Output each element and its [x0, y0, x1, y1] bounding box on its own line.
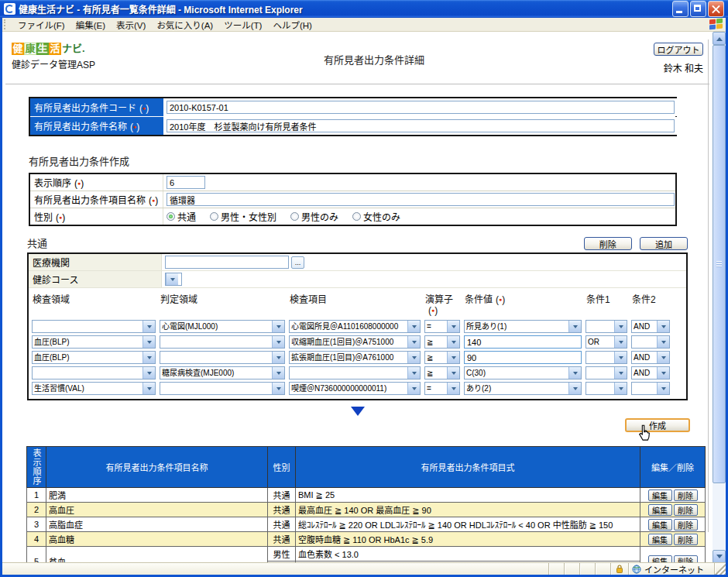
judge-area-select[interactable] [160, 382, 285, 395]
required-mark: (●) [428, 305, 438, 316]
delete-button[interactable]: 削除 [674, 504, 698, 516]
chevron-down-icon [614, 367, 627, 379]
page-right-rule [708, 39, 709, 532]
edit-button[interactable]: 編集 [648, 519, 672, 531]
cond2-select[interactable] [631, 335, 670, 349]
minimize-button[interactable] [672, 1, 689, 17]
operator-select[interactable]: = [424, 382, 460, 395]
radio-icon[interactable] [167, 212, 175, 221]
operator-select[interactable]: = [424, 320, 460, 333]
operator-select[interactable]: ≧ [424, 366, 460, 380]
menu-file[interactable]: ファイル(F) [12, 18, 70, 32]
resize-grip[interactable] [715, 563, 726, 575]
radio-icon[interactable] [352, 212, 361, 221]
exam-area-select[interactable] [32, 366, 156, 380]
value-input[interactable] [464, 351, 582, 364]
maximize-button[interactable] [690, 1, 706, 17]
zone-label: インターネット [644, 563, 704, 575]
cond2-select[interactable]: AND [631, 366, 670, 380]
value-select[interactable]: あり(2) [464, 382, 582, 395]
exam-item-select[interactable]: 心電図所見＠A1101608000000 [289, 320, 421, 333]
col-exam-item: 検査項目 [289, 290, 421, 318]
judge-area-select[interactable] [160, 335, 285, 349]
edit-button[interactable]: 編集 [648, 504, 672, 516]
course-select[interactable] [165, 273, 182, 286]
create-form-box: 表示順序(●) 有所見者出力条件項目名称(●) 性別(●) 共通 男性・女性別 … [29, 173, 677, 226]
table-row: 5 貧血 男性 血色素数 < 13.0 編集削除 [27, 547, 706, 562]
chevron-down-icon [568, 383, 581, 394]
value-select[interactable]: 所見あり(1) [464, 320, 582, 333]
add-condition-button[interactable]: 追加 [640, 237, 688, 250]
value-input[interactable] [464, 335, 582, 349]
row-expression: BMI ≧ 25 [296, 488, 640, 503]
cond1-select[interactable] [585, 320, 627, 333]
condition-code-input[interactable] [167, 101, 675, 114]
judge-area-select[interactable]: 心電図(MJL000) [160, 320, 285, 333]
operator-select[interactable]: ≧ [424, 335, 460, 349]
value-select[interactable]: C(30) [464, 366, 582, 380]
course-label: 健診コース [29, 271, 162, 287]
delete-button[interactable]: 削除 [674, 534, 698, 545]
menu-view[interactable]: 表示(V) [111, 18, 151, 32]
cond1-select[interactable] [585, 351, 627, 364]
exam-area-select[interactable]: 生活習慣(VAL) [32, 382, 156, 395]
display-order-input[interactable] [167, 176, 205, 189]
chevron-down-icon [272, 383, 284, 394]
exam-item-select[interactable]: 喫煙＠N736000000000011) [289, 382, 421, 395]
scrollbar-thumb[interactable] [713, 45, 726, 483]
cond2-select[interactable] [631, 382, 670, 395]
menu-help[interactable]: ヘルプ(H) [267, 18, 317, 32]
chevron-down-icon [143, 367, 155, 379]
hospital-lookup-button[interactable]: ... [291, 256, 304, 269]
exam-area-select[interactable]: 血圧(BLP) [32, 351, 156, 364]
logout-button[interactable]: ログアウト [654, 43, 703, 56]
exam-item-select[interactable] [289, 366, 421, 380]
gender-option-common[interactable]: 共通 [167, 210, 196, 223]
required-mark: (●) [149, 195, 158, 206]
menu-edit[interactable]: 編集(E) [70, 18, 111, 32]
chevron-down-icon [407, 367, 420, 379]
radio-icon[interactable] [290, 212, 299, 221]
exam-area-select[interactable]: 血圧(BLP) [32, 335, 156, 349]
cond2-select[interactable]: AND [631, 320, 670, 333]
delete-button[interactable]: 削除 [674, 489, 698, 501]
delete-condition-button[interactable]: 削除 [584, 237, 632, 250]
close-button[interactable] [708, 1, 724, 17]
gender-option-by-sex[interactable]: 男性・女性別 [210, 210, 276, 223]
condition-name-label: 有所見者出力条件名称(●) [30, 117, 163, 135]
cond1-select[interactable]: OR [585, 335, 627, 349]
item-name-input[interactable] [167, 193, 675, 206]
menu-tools[interactable]: ツール(T) [218, 18, 267, 32]
judge-area-select[interactable]: 糖尿病検査(MJE000) [160, 366, 285, 380]
gender-option-male[interactable]: 男性のみ [290, 210, 338, 223]
cond2-select[interactable]: AND [631, 351, 670, 364]
condition-name-input[interactable] [167, 119, 675, 132]
exam-item-select[interactable]: 収縮期血圧(1回目)＠A751000 [289, 335, 421, 349]
chevron-down-icon [657, 383, 669, 394]
scroll-up-button[interactable] [713, 32, 726, 45]
arrow-up-icon [716, 34, 723, 41]
radio-icon[interactable] [210, 212, 218, 221]
cond1-select[interactable] [585, 382, 627, 395]
hospital-input[interactable] [165, 256, 289, 269]
condition-row: 生活習慣(VAL) 喫煙＠N736000000000011) = あり(2) [29, 382, 686, 395]
delete-button[interactable]: 削除 [674, 519, 698, 531]
operator-select[interactable]: ≧ [424, 351, 460, 364]
gender-option-female[interactable]: 女性のみ [352, 210, 400, 223]
vertical-scrollbar[interactable] [713, 32, 726, 563]
edit-button[interactable]: 編集 [648, 534, 672, 545]
exam-area-select[interactable] [32, 320, 156, 333]
row-name: 高血圧 [46, 503, 268, 517]
cond1-select[interactable] [585, 366, 627, 380]
condition-header-box: 有所見者出力条件コード(●) 有所見者出力条件名称(●) [29, 97, 677, 136]
judge-area-select[interactable] [160, 351, 285, 364]
chevron-down-icon [657, 352, 669, 363]
menu-favorites[interactable]: お気に入り(A) [151, 18, 218, 32]
edit-button[interactable]: 編集 [648, 489, 672, 501]
condition-row: 糖尿病検査(MJE000) ≧ C(30) AND [29, 366, 686, 380]
exam-item-select[interactable]: 拡張期血圧(1回目)＠A761000 [289, 351, 421, 364]
row-name: 高脂血症 [46, 517, 268, 532]
scroll-down-button[interactable] [713, 550, 726, 563]
create-button[interactable]: 作成 [625, 418, 690, 432]
table-row: 3 高脂血症 共通 総ｺﾚｽﾃﾛｰﾙ ≧ 220 OR LDLｺﾚｽﾃﾛｰﾙ ≧… [27, 517, 706, 532]
